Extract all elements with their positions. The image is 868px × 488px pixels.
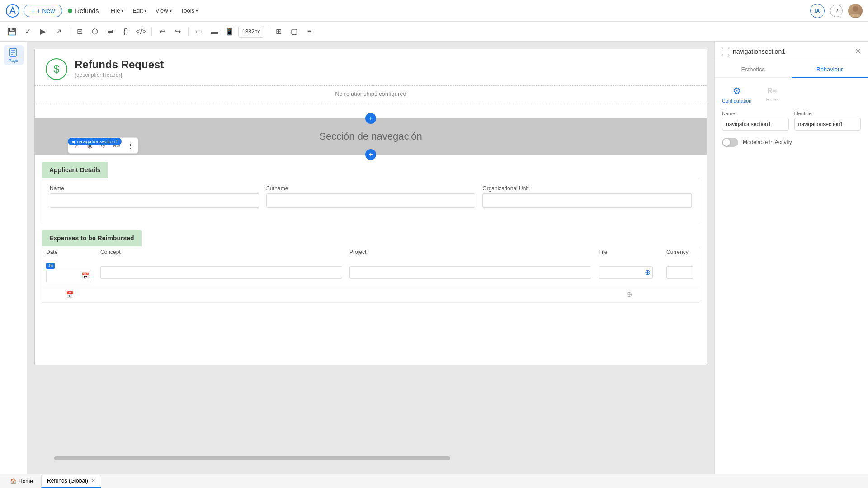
layers-button[interactable]: ⬡ <box>88 25 102 38</box>
file-menu[interactable]: File ▾ <box>106 5 128 17</box>
file-input-wrap: ⊕ <box>599 266 653 279</box>
grid-button[interactable]: ⊞ <box>272 25 285 38</box>
new-button[interactable]: + + New <box>24 5 62 17</box>
check-button[interactable]: ✓ <box>21 25 34 38</box>
horizontal-scrollbar[interactable] <box>54 456 714 460</box>
name-input[interactable] <box>50 193 259 208</box>
close-panel-button[interactable]: ✕ <box>855 47 861 56</box>
nav-right-controls: IA ? <box>810 4 863 18</box>
tools-menu[interactable]: Tools ▾ <box>176 5 203 17</box>
refunds-global-tab[interactable]: Refunds (Global) ✕ <box>41 475 101 488</box>
app-logo[interactable] <box>5 4 20 18</box>
main-toolbar: 💾 ✓ ▶ ↗ ⊞ ⬡ ⇌ {} </> ↩ ↪ ▭ ▬ 📱 1382px ⊞ … <box>0 22 868 42</box>
plus-icon: + <box>31 7 35 14</box>
empty-date-cell: 📅 <box>42 289 97 300</box>
status-dot <box>68 9 72 13</box>
logic-button[interactable]: {} <box>119 25 132 38</box>
table-row: Js 📅 <box>42 258 699 286</box>
modelable-toggle-row: Modelable in Activity <box>722 138 861 147</box>
upload-icon[interactable]: ⊕ <box>624 290 634 299</box>
name-field-group: Name <box>50 185 259 208</box>
project-col-header: Project <box>346 246 595 258</box>
applicant-section-body: Name Surname Organizational Unit <box>42 178 699 221</box>
home-tab[interactable]: 🏠 Home <box>5 475 38 488</box>
canvas-area[interactable]: $ Refunds Request {descriptionHeader} No… <box>27 42 714 474</box>
name-field: Name <box>722 111 789 131</box>
upload-icon[interactable]: ⊕ <box>643 268 652 277</box>
code-button[interactable]: </> <box>134 25 148 38</box>
org-unit-field-group: Organizational Unit <box>482 185 692 208</box>
new-button-label: + New <box>37 7 55 14</box>
date-input[interactable] <box>48 273 81 279</box>
identifier-field-input[interactable] <box>794 118 861 131</box>
applicant-details-section: Applicant Details Name Surname Organizat… <box>42 162 699 221</box>
form-desc: {descriptionHeader} <box>75 72 164 78</box>
px-display: 1382px <box>238 26 264 38</box>
configuration-button[interactable]: ⚙ Configuration <box>722 85 751 103</box>
panel-body: ⚙ Configuration R∞ Rules Name Identifier <box>715 78 868 474</box>
section-label-text: navigationsection1 <box>77 139 118 144</box>
sliders-button[interactable]: ≡ <box>302 25 316 38</box>
expenses-col-headers: Date Concept Project File Currency <box>42 246 699 258</box>
split-view-button[interactable]: ▬ <box>208 25 221 38</box>
export-button[interactable]: ↗ <box>52 25 65 38</box>
left-sidebar: Page <box>0 42 27 474</box>
window-button[interactable]: ▢ <box>287 25 301 38</box>
run-button[interactable]: ▶ <box>36 25 50 38</box>
surname-input[interactable] <box>266 193 476 208</box>
rules-button[interactable]: R∞ Rules <box>766 87 778 102</box>
view-menu[interactable]: View ▾ <box>151 5 176 17</box>
org-unit-input[interactable] <box>482 193 692 208</box>
expenses-section: Expenses to be Reimbursed Date Concept P… <box>42 230 699 303</box>
undo-button[interactable]: ↩ <box>156 25 169 38</box>
calendar-icon[interactable]: 📅 <box>81 272 89 280</box>
separator <box>151 27 152 36</box>
panel-tabs: Esthetics Behaviour <box>715 61 868 78</box>
save-button[interactable]: 💾 <box>5 25 19 38</box>
chevron-icon: ▾ <box>121 8 123 13</box>
config-rules-section: ⚙ Configuration R∞ Rules <box>722 85 861 103</box>
help-button[interactable]: ? <box>830 5 843 17</box>
toggle-knob <box>723 139 730 146</box>
modelable-toggle[interactable] <box>722 138 738 147</box>
concept-cell <box>97 264 346 281</box>
desktop-view-button[interactable]: ▭ <box>192 25 206 38</box>
document-name: Refunds <box>68 7 99 14</box>
data-button[interactable]: ⇌ <box>104 25 117 38</box>
tab-behaviour[interactable]: Behaviour <box>792 61 868 78</box>
panel-title: navigationsection1 <box>722 48 785 55</box>
add-above-button[interactable]: + <box>365 113 376 124</box>
table-row: 📅 ⊕ <box>42 286 699 303</box>
separator <box>268 27 268 36</box>
currency-input[interactable] <box>666 266 693 279</box>
mobile-view-button[interactable]: 📱 <box>223 25 236 38</box>
section-icon <box>722 48 729 55</box>
project-cell <box>346 264 595 281</box>
form-title: Refunds Request <box>75 58 164 71</box>
empty-currency-cell <box>663 293 699 296</box>
add-below-button[interactable]: + <box>365 149 376 160</box>
svg-point-1 <box>853 6 858 12</box>
redo-button[interactable]: ↪ <box>171 25 184 38</box>
form-title-block: Refunds Request {descriptionHeader} <box>75 58 164 78</box>
name-field-input[interactable] <box>722 118 789 131</box>
edit-menu[interactable]: Edit ▾ <box>128 5 151 17</box>
file-input[interactable] <box>599 269 643 276</box>
calendar-icon[interactable]: 📅 <box>66 291 74 298</box>
ia-badge: IA <box>810 4 825 18</box>
section-label-badge[interactable]: ◀ navigationsection1 <box>68 138 122 145</box>
components-button[interactable]: ⊞ <box>73 25 86 38</box>
tab-close-icon[interactable]: ✕ <box>91 478 95 484</box>
concept-input[interactable] <box>100 266 342 279</box>
more-icon[interactable]: ⋮ <box>124 140 136 151</box>
project-input[interactable] <box>349 266 591 279</box>
tab-esthetics[interactable]: Esthetics <box>715 61 792 77</box>
separator <box>188 27 189 36</box>
panel-header: navigationsection1 ✕ <box>715 42 868 61</box>
empty-project-cell <box>346 293 595 296</box>
user-avatar[interactable] <box>848 4 863 18</box>
name-identifier-fields: Name Identifier <box>722 111 861 131</box>
canvas-frame: $ Refunds Request {descriptionHeader} No… <box>34 49 707 365</box>
page-sidebar-item[interactable]: Page <box>4 45 24 65</box>
chevron-icon: ▾ <box>196 8 198 13</box>
